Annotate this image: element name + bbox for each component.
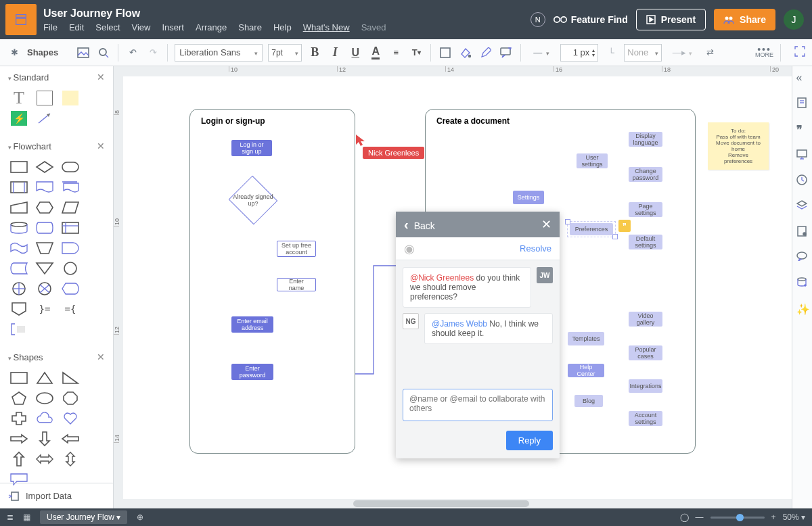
- swap-icon[interactable]: ⇄: [702, 45, 717, 60]
- fill-select[interactable]: None: [624, 44, 662, 62]
- node-page-settings[interactable]: Page settings: [629, 202, 662, 217]
- menu-share[interactable]: Share: [238, 22, 262, 32]
- fc-display[interactable]: [61, 281, 80, 296]
- menu-select[interactable]: Select: [95, 22, 120, 32]
- sh-arrow-up[interactable]: [9, 452, 28, 467]
- section-flowchart[interactable]: Flowchart ✕: [0, 135, 113, 157]
- node-video[interactable]: Video gallery: [629, 312, 662, 327]
- menu-edit[interactable]: Edit: [69, 22, 84, 32]
- fc-multidoc[interactable]: [61, 180, 80, 195]
- menu-help[interactable]: Help: [273, 22, 292, 32]
- presentation-icon[interactable]: [796, 149, 809, 161]
- share-button[interactable]: Share: [714, 9, 775, 30]
- node-settings[interactable]: Settings: [513, 191, 544, 204]
- comments-icon[interactable]: [796, 252, 809, 264]
- section-standard[interactable]: Standard ✕: [0, 66, 113, 88]
- arrow-shape[interactable]: [35, 111, 54, 126]
- fc-brace-left[interactable]: ={: [61, 302, 80, 316]
- sh-arrow-lr[interactable]: [35, 452, 54, 467]
- comment-marker-icon[interactable]: ❞: [618, 220, 631, 232]
- resolve-button[interactable]: Resolve: [520, 243, 551, 254]
- horizontal-scrollbar[interactable]: [123, 499, 792, 508]
- sh-arrow-ud[interactable]: [61, 452, 80, 467]
- reply-button[interactable]: Reply: [506, 431, 553, 450]
- present-button[interactable]: Present: [636, 9, 706, 30]
- fc-sum[interactable]: [35, 281, 54, 296]
- node-email[interactable]: Enter email address: [231, 316, 273, 333]
- swimlane-login[interactable]: Login or sign-up: [189, 109, 355, 454]
- fc-paper-tape[interactable]: [9, 241, 28, 256]
- close-icon[interactable]: ✕: [97, 72, 105, 82]
- font-select[interactable]: Liberation Sans: [175, 44, 263, 62]
- layers-icon[interactable]: [796, 200, 809, 212]
- node-name[interactable]: Enter name: [277, 278, 316, 291]
- fc-direct-data[interactable]: [35, 220, 54, 235]
- menu-insert[interactable]: Insert: [162, 22, 184, 32]
- grid-view-icon[interactable]: ▦: [23, 512, 30, 522]
- sh-pentagon[interactable]: [9, 391, 28, 406]
- fc-merge[interactable]: [35, 261, 54, 276]
- list-view-icon[interactable]: ≣: [7, 512, 14, 522]
- node-setup[interactable]: Set up free account: [277, 241, 316, 257]
- back-button[interactable]: Back: [404, 217, 435, 233]
- menu-whats-new[interactable]: What's New: [303, 22, 350, 32]
- canvas[interactable]: YES NO Login or sign-up Log in or sign u…: [123, 76, 792, 499]
- shapes-gear-icon[interactable]: ✱: [7, 45, 22, 60]
- fc-connector[interactable]: [61, 261, 80, 276]
- magic-icon[interactable]: ✨: [796, 303, 809, 315]
- collaborator-badge[interactable]: N: [531, 12, 545, 27]
- text-options-button[interactable]: T▾: [409, 44, 424, 62]
- feature-find-button[interactable]: Feature Find: [554, 14, 628, 25]
- node-popular[interactable]: Popular cases: [629, 345, 662, 360]
- fc-offpage[interactable]: [9, 302, 28, 316]
- search-icon[interactable]: [96, 45, 111, 60]
- sh-rect[interactable]: [9, 370, 28, 385]
- sh-right-triangle[interactable]: [61, 370, 80, 385]
- align-button[interactable]: ≡: [388, 44, 403, 62]
- node-decision[interactable]: Already signed up?: [229, 183, 277, 217]
- document-title[interactable]: User Journey Flow: [43, 7, 386, 20]
- sh-heart[interactable]: [61, 411, 80, 426]
- add-page-icon[interactable]: ⊕: [137, 512, 143, 522]
- sync-icon[interactable]: ◯: [680, 512, 689, 522]
- pin-icon[interactable]: ◉: [404, 241, 415, 256]
- quote-icon[interactable]: ❞: [796, 123, 809, 135]
- fc-process[interactable]: [9, 160, 28, 174]
- close-icon[interactable]: ✕: [97, 141, 105, 151]
- sh-arrow-down[interactable]: [35, 431, 54, 446]
- zoom-value[interactable]: 50% ▾: [783, 512, 805, 522]
- data-icon[interactable]: [796, 277, 809, 289]
- fc-manual-input[interactable]: [9, 200, 28, 215]
- paint-icon[interactable]: [796, 226, 809, 238]
- fc-annotation[interactable]: [9, 322, 28, 337]
- fc-database[interactable]: [9, 220, 28, 235]
- notes-icon[interactable]: [796, 97, 809, 110]
- close-icon[interactable]: ✕: [541, 217, 551, 232]
- fc-document[interactable]: [35, 180, 54, 195]
- sh-cross[interactable]: [9, 411, 28, 426]
- menu-view[interactable]: View: [132, 22, 151, 32]
- text-shape[interactable]: T: [9, 91, 28, 105]
- fc-brace-right[interactable]: }=: [35, 302, 54, 316]
- more-button[interactable]: •••MORE: [755, 47, 773, 58]
- node-display-lang[interactable]: Display language: [629, 132, 662, 147]
- line-style-select[interactable]: —: [528, 45, 555, 60]
- italic-button[interactable]: I: [328, 44, 342, 62]
- text-color-button[interactable]: A: [368, 44, 383, 62]
- bolt-shape[interactable]: ⚡: [9, 111, 28, 126]
- sticky-note[interactable]: To do: Pass off with team Move document …: [708, 122, 769, 170]
- collapse-icon[interactable]: «: [796, 72, 809, 84]
- node-preferences[interactable]: Preferences: [570, 223, 613, 235]
- section-shapes[interactable]: Shapes ✕: [0, 346, 113, 368]
- fc-data[interactable]: [61, 200, 80, 215]
- node-account[interactable]: Account settings: [629, 411, 662, 426]
- node-password[interactable]: Enter password: [231, 364, 273, 380]
- page-tab[interactable]: User Journey Flow ▾: [40, 510, 127, 524]
- history-icon[interactable]: [796, 174, 809, 187]
- pencil-icon[interactable]: [478, 45, 493, 60]
- redo-icon[interactable]: ↷: [145, 45, 160, 60]
- sh-octagon[interactable]: [61, 391, 80, 406]
- font-size-select[interactable]: 7pt: [268, 44, 302, 62]
- sh-arrow-left[interactable]: [61, 431, 80, 446]
- fc-decision[interactable]: [35, 160, 54, 174]
